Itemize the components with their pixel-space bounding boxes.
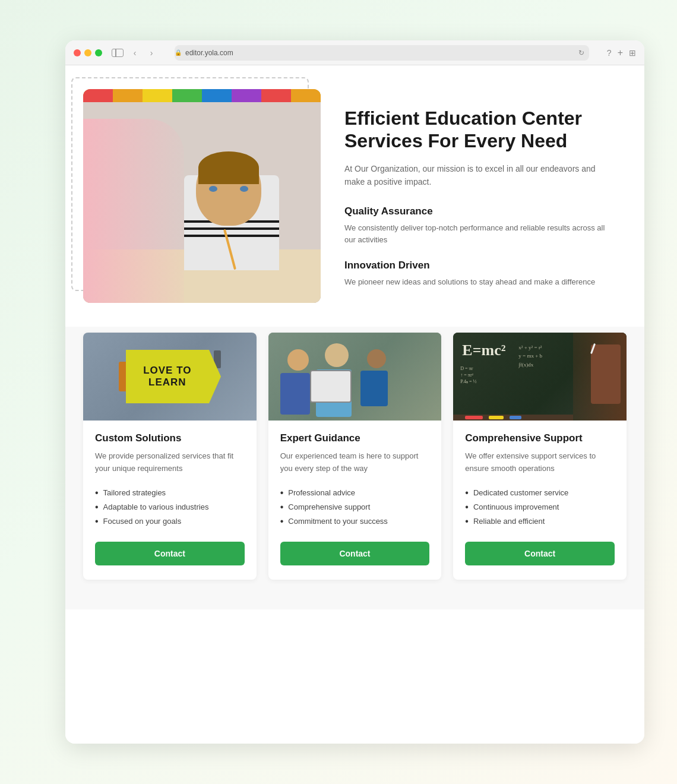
body-3 bbox=[360, 371, 388, 406]
list-item-custom-1: Tailored strategies bbox=[95, 486, 245, 500]
contact-button-comprehensive-support[interactable]: Contact bbox=[465, 542, 615, 565]
teacher-arm bbox=[591, 344, 621, 404]
add-tab-icon[interactable]: + bbox=[618, 48, 623, 58]
hero-image bbox=[83, 89, 321, 303]
list-item-custom-3: Focused on your goals bbox=[95, 514, 245, 529]
card-image-love-to-learn: LOVE TO LEARN bbox=[83, 333, 257, 421]
right-eye bbox=[240, 186, 248, 192]
feature-heading-quality: Quality Assurance bbox=[344, 206, 615, 217]
url-text: editor.yola.com bbox=[185, 49, 233, 57]
card-body-custom-solutions: Custom Solutions We provide personalized… bbox=[83, 421, 257, 580]
list-item-expert-1: Professional advice bbox=[280, 486, 430, 500]
contact-button-custom-solutions[interactable]: Contact bbox=[95, 542, 245, 565]
list-item-support-2: Continuous improvement bbox=[465, 500, 615, 514]
browser-actions: ? + ⊞ bbox=[607, 48, 636, 58]
reload-icon: ↻ bbox=[578, 49, 584, 57]
stripe-3 bbox=[184, 235, 279, 237]
back-button[interactable]: ‹ bbox=[129, 48, 140, 58]
page-content: Efficient Education Center Services For … bbox=[65, 65, 644, 744]
list-item-expert-2: Comprehensive support bbox=[280, 500, 430, 514]
student-3 bbox=[360, 349, 393, 409]
list-item-support-1: Dedicated customer service bbox=[465, 486, 615, 500]
card-expert-guidance: Expert Guidance Our experienced team is … bbox=[268, 333, 442, 580]
chalk-blue bbox=[510, 416, 521, 419]
list-item-custom-2: Adaptable to various industries bbox=[95, 500, 245, 514]
chalk-formula-2: x² + y² = r²y = mx + b∫f(x)dx bbox=[518, 343, 542, 369]
browser-window: ‹ › 🔒 editor.yola.com ↻ ? + ⊞ bbox=[65, 40, 644, 744]
maximize-button[interactable] bbox=[95, 49, 102, 56]
cards-section: LOVE TO LEARN Custom Solutions We provid… bbox=[65, 327, 644, 609]
card-custom-solutions: LOVE TO LEARN Custom Solutions We provid… bbox=[83, 333, 257, 580]
card-list-expert-guidance: Professional advice Comprehensive suppor… bbox=[280, 486, 430, 529]
card-image-students bbox=[268, 333, 442, 421]
help-icon[interactable]: ? bbox=[607, 48, 612, 58]
child-head bbox=[196, 151, 261, 226]
forward-button[interactable]: › bbox=[146, 48, 157, 58]
sidebar-toggle-icon[interactable] bbox=[112, 49, 124, 57]
pencil-eraser bbox=[119, 362, 126, 391]
card-title-custom-solutions: Custom Solutions bbox=[95, 432, 245, 444]
foreground-figure bbox=[83, 119, 184, 303]
close-button[interactable] bbox=[74, 49, 81, 56]
card-body-expert-guidance: Expert Guidance Our experienced team is … bbox=[268, 421, 442, 580]
left-eye bbox=[209, 186, 217, 192]
chalk-formula-1: D = πr↑ = πr²P.4₂ = ½ bbox=[460, 365, 476, 385]
lock-icon: 🔒 bbox=[175, 49, 182, 56]
feature-text-innovation: We pioneer new ideas and solutions to st… bbox=[344, 276, 615, 289]
hero-title: Efficient Education Center Services For … bbox=[344, 107, 615, 153]
pencil-text-line2: LEARN bbox=[148, 377, 186, 388]
pencil-body: LOVE TO LEARN bbox=[126, 350, 209, 403]
pencil-text-line1: LOVE TO bbox=[143, 365, 191, 377]
card-comprehensive-support: E=mc² D = πr↑ = πr²P.4₂ = ½ x² + y² = r²… bbox=[453, 333, 627, 580]
chalk-red bbox=[465, 416, 483, 419]
browser-toolbar: ‹ › 🔒 editor.yola.com ↻ ? + ⊞ bbox=[65, 40, 644, 65]
tablet bbox=[310, 370, 352, 403]
hero-text: Efficient Education Center Services For … bbox=[344, 89, 615, 302]
hero-section: Efficient Education Center Services For … bbox=[65, 65, 644, 327]
minimize-button[interactable] bbox=[84, 49, 91, 56]
hero-subtitle: At Our Organization, our mission is to e… bbox=[344, 162, 615, 189]
card-title-expert-guidance: Expert Guidance bbox=[280, 432, 430, 444]
card-list-custom-solutions: Tailored strategies Adaptable to various… bbox=[95, 486, 245, 529]
head-3 bbox=[367, 349, 386, 368]
feature-heading-innovation: Innovation Driven bbox=[344, 260, 615, 271]
card-list-comprehensive-support: Dedicated customer service Continuous im… bbox=[465, 486, 615, 529]
child-hair bbox=[198, 151, 259, 184]
list-item-support-3: Reliable and efficient bbox=[465, 514, 615, 529]
contact-button-expert-guidance[interactable]: Contact bbox=[280, 542, 430, 565]
head-1 bbox=[287, 349, 309, 371]
head-2 bbox=[325, 343, 349, 367]
stripe-2 bbox=[184, 227, 279, 230]
pencil-tip bbox=[209, 350, 221, 403]
extensions-icon[interactable]: ⊞ bbox=[629, 48, 636, 58]
pencil-sign: LOVE TO LEARN bbox=[83, 333, 257, 421]
cards-grid: LOVE TO LEARN Custom Solutions We provid… bbox=[83, 333, 627, 580]
body-1 bbox=[280, 373, 310, 415]
card-desc-comprehensive-support: We offer extensive support services to e… bbox=[465, 450, 615, 475]
card-body-comprehensive-support: Comprehensive Support We offer extensive… bbox=[453, 421, 627, 580]
equation-text: E=mc² bbox=[462, 342, 505, 359]
color-strip bbox=[83, 89, 321, 102]
card-desc-expert-guidance: Our experienced team is here to support … bbox=[280, 450, 430, 475]
card-image-chalkboard: E=mc² D = πr↑ = πr²P.4₂ = ½ x² + y² = r²… bbox=[453, 333, 627, 421]
card-desc-custom-solutions: We provide personalized services that fi… bbox=[95, 450, 245, 475]
feature-text-quality: We consistently deliver top-notch perfor… bbox=[344, 222, 615, 247]
hero-image-wrapper bbox=[83, 89, 321, 303]
address-bar[interactable]: 🔒 editor.yola.com ↻ bbox=[175, 45, 589, 61]
chalk-yellow bbox=[489, 416, 504, 419]
list-item-expert-3: Commitment to your success bbox=[280, 514, 430, 529]
traffic-lights bbox=[74, 49, 102, 56]
card-title-comprehensive-support: Comprehensive Support bbox=[465, 432, 615, 444]
